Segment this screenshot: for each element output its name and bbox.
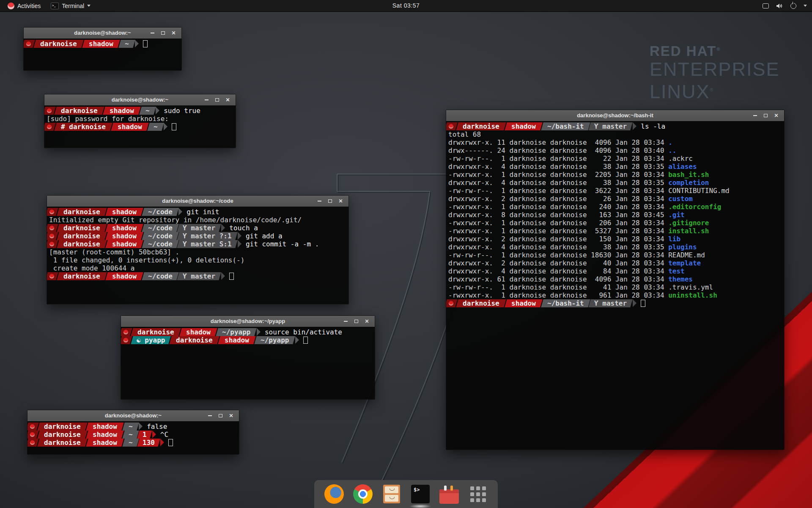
hat-segment: [121, 328, 132, 336]
file-name: aliases: [668, 163, 697, 171]
file-name: .gitignore: [668, 219, 709, 227]
files-icon[interactable]: [382, 484, 401, 504]
minimize-button[interactable]: [201, 94, 212, 105]
redhat-icon: [49, 274, 54, 279]
titlebar[interactable]: darknoise@shadow:~/pyapp✕: [121, 316, 375, 327]
host-segment: shadow: [505, 122, 542, 130]
user-segment: darknoise: [456, 122, 506, 130]
user-segment: darknoise: [57, 272, 107, 280]
terminal-window-t1[interactable]: darknoise@shadow:~✕darknoiseshadow~: [23, 27, 182, 71]
activities-button[interactable]: Activities: [4, 0, 44, 11]
minimize-button[interactable]: [750, 110, 760, 121]
terminal-cursor: [143, 40, 148, 47]
close-button[interactable]: ✕: [335, 196, 346, 207]
minimize-button[interactable]: [314, 196, 325, 207]
titlebar[interactable]: darknoise@shadow:~✕: [27, 410, 239, 422]
terminal-screen[interactable]: darknoiseshadow~/pyappsource bin/activat…: [121, 327, 375, 399]
path-segment: ~/pyapp: [254, 336, 295, 344]
file-name: README.md: [668, 251, 705, 259]
hat-segment: [24, 40, 35, 48]
prompt-arrow-icon: [160, 439, 164, 446]
host-segment: shadow: [105, 232, 143, 240]
path-segment: ~/bash-it: [541, 122, 590, 130]
terminal-icon[interactable]: $>: [411, 484, 430, 504]
file-meta: -rwxrwxr-x. 1 darknoise darknoise 2205 J…: [448, 171, 668, 179]
terminal-screen[interactable]: darknoiseshadow~/bash-itƳ masterls -lato…: [446, 121, 784, 450]
file-list-row: drwxrwxr-x. 2 darknoise darknoise 40 Jan…: [447, 259, 784, 267]
app-menu-terminal[interactable]: >_ Terminal: [47, 0, 94, 11]
terminal-screen[interactable]: darknoiseshadow~sudo true[sudo] password…: [44, 105, 236, 148]
minimize-button[interactable]: [340, 316, 351, 327]
prompt-arrow-icon: [152, 431, 156, 438]
terminal-window-t4[interactable]: darknoise@shadow:~/pyapp✕darknoiseshadow…: [121, 315, 375, 400]
terminal-window-t2[interactable]: darknoise@shadow:~✕darknoiseshadow~sudo …: [44, 94, 236, 148]
terminal-window-t3[interactable]: darknoise@shadow:~/code✕darknoiseshadow~…: [47, 195, 349, 304]
terminal-screen[interactable]: darknoiseshadow~/codegit initInitialized…: [47, 207, 348, 304]
git-label: Ƴ master S:1: [183, 240, 232, 248]
maximize-button[interactable]: [215, 410, 226, 421]
chevron-down-icon[interactable]: [804, 5, 807, 7]
venv-label: ☯ pyapp: [137, 336, 165, 344]
close-button[interactable]: ✕: [222, 94, 233, 105]
terminal-screen[interactable]: darknoiseshadow~falsedarknoiseshadow~1^C…: [27, 421, 239, 454]
terminal-window-t6[interactable]: darknoise@shadow:~/bash-it✕darknoiseshad…: [446, 110, 785, 450]
terminal-screen[interactable]: darknoiseshadow~: [24, 39, 181, 70]
window-title: darknoise@shadow:~/code: [162, 198, 233, 204]
maximize-button[interactable]: [325, 196, 335, 207]
maximize-button[interactable]: [760, 110, 771, 121]
titlebar[interactable]: darknoise@shadow:~/code✕: [47, 196, 348, 207]
close-button[interactable]: ✕: [771, 110, 782, 121]
prompt-arrow-icon: [139, 422, 143, 430]
close-button[interactable]: ✕: [226, 410, 236, 421]
toolbox-icon[interactable]: [439, 484, 459, 504]
minimize-button[interactable]: [205, 410, 215, 421]
clock[interactable]: Sat 03:57: [392, 0, 420, 11]
maximize-button[interactable]: [351, 316, 362, 327]
close-button[interactable]: ✕: [362, 316, 372, 327]
maximize-icon: [764, 114, 768, 117]
window-controls: ✕: [205, 410, 236, 421]
titlebar[interactable]: darknoise@shadow:~/bash-it✕: [446, 110, 784, 121]
file-list-row: -rwxrwxr-x. 1 darknoise darknoise 206 Ja…: [447, 219, 784, 227]
minimize-icon: [208, 415, 212, 416]
user-label: darknoise: [44, 431, 81, 439]
system-status-area[interactable]: [763, 0, 807, 11]
hat-segment: [47, 208, 58, 216]
minimize-button[interactable]: [147, 28, 158, 39]
screen-icon[interactable]: [763, 3, 769, 8]
maximize-button[interactable]: [158, 28, 168, 39]
app-menu-label: Terminal: [62, 3, 84, 9]
volume-icon[interactable]: [776, 3, 783, 9]
close-button[interactable]: ✕: [168, 28, 179, 39]
path-segment: ~/code: [142, 272, 178, 280]
user-segment: darknoise: [33, 40, 83, 48]
user-label: darknoise: [63, 208, 100, 216]
host-label: shadow: [118, 123, 142, 131]
window-title: darknoise@shadow:~: [105, 412, 162, 419]
maximize-button[interactable]: [212, 94, 222, 105]
user-segment: darknoise: [54, 107, 104, 115]
terminal-window-t5[interactable]: darknoise@shadow:~✕darknoiseshadow~false…: [27, 410, 239, 455]
path-segment: ~/code: [142, 232, 178, 240]
path-segment: ~/code: [142, 208, 178, 216]
titlebar[interactable]: darknoise@shadow:~✕: [24, 28, 181, 39]
firefox-icon[interactable]: [324, 484, 344, 504]
file-meta: drwxrwxr-x. 4 darknoise darknoise 38 Jan…: [448, 179, 668, 187]
host-segment: shadow: [111, 123, 148, 131]
file-name: test: [668, 267, 685, 275]
prompt-line: darknoiseshadow~/codeƳ mastertouch a: [48, 224, 348, 232]
chrome-icon[interactable]: [353, 484, 373, 504]
user-segment: darknoise: [57, 240, 107, 248]
power-icon[interactable]: [790, 3, 796, 9]
titlebar[interactable]: darknoise@shadow:~✕: [44, 94, 236, 106]
brand-line-enterprise: ENTERPRISE: [650, 59, 780, 80]
minimize-icon: [753, 115, 757, 116]
git-label: Ƴ master: [594, 299, 627, 307]
hat-segment: [44, 123, 56, 131]
redhat-icon: [123, 330, 128, 334]
file-meta: drwx------. 24 darknoise darknoise 4096 …: [448, 146, 668, 155]
app-grid-icon[interactable]: [468, 484, 488, 504]
terminal-app-icon: >_: [51, 3, 59, 9]
user-label: darknoise: [463, 299, 499, 307]
path-segment: ~: [122, 431, 139, 439]
